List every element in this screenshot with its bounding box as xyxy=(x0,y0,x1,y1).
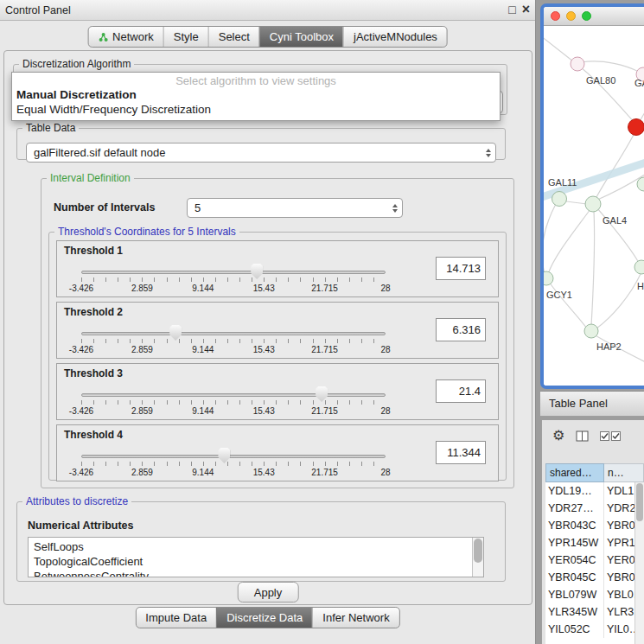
table-cell[interactable]: YBL079W xyxy=(545,586,604,603)
tab-style[interactable]: Style xyxy=(163,27,208,47)
tab-discretize-data[interactable]: Discretize Data xyxy=(216,608,312,628)
table-cell[interactable]: YIL052C xyxy=(545,621,604,638)
table-row[interactable]: YPR145WYPR1… xyxy=(545,534,644,552)
tab-cyni-toolbox[interactable]: Cyni Toolbox xyxy=(259,27,343,47)
scrollbar-thumb[interactable] xyxy=(474,539,482,563)
columns-icon[interactable] xyxy=(576,430,589,442)
node-label: GCY1 xyxy=(546,290,572,300)
slider-track[interactable] xyxy=(81,393,386,397)
column-header-shared-name[interactable]: shared… xyxy=(545,463,604,482)
threshold-2-slider[interactable]: -3.426 2.859 9.144 15.43 21.715 28 xyxy=(81,323,386,356)
tab-select[interactable]: Select xyxy=(208,27,259,47)
table-row[interactable]: YLR345WYLR3… xyxy=(545,603,644,621)
tick-label: 9.144 xyxy=(192,284,214,293)
dropdown-option-manual-discretization[interactable]: Manual Discretization xyxy=(12,87,500,102)
tick-label: 2.859 xyxy=(131,468,153,477)
tick-label: 21.715 xyxy=(311,406,338,416)
list-item[interactable]: SelfLoops xyxy=(29,539,483,554)
tick-label: 28 xyxy=(380,345,390,354)
numerical-attributes-label: Numerical Attributes xyxy=(28,520,133,532)
table-data-group: Table Data galFiltered.sif default node xyxy=(16,122,506,160)
dropdown-option-equal-width[interactable]: Equal Width/Frequency Discretization xyxy=(12,102,500,117)
group-label: Interval Definition xyxy=(47,172,134,184)
dropdown-hint: Select algorithm to view settings xyxy=(12,74,500,87)
table-row[interactable]: YIL052CYIL0… xyxy=(545,621,644,638)
threshold-2-value-field[interactable]: 6.316 xyxy=(436,318,486,341)
tick-label: 9.144 xyxy=(192,406,214,416)
table-rows: YDL19…YDL1… YDR27…YDR2… YBR043CYBR0… YPR… xyxy=(545,482,644,644)
gear-icon[interactable]: ⚙ xyxy=(552,428,564,443)
slider-track[interactable] xyxy=(81,271,386,274)
table-cell[interactable]: YER054C xyxy=(545,552,604,569)
close-traffic-light-icon[interactable] xyxy=(551,11,560,21)
tick-label: 15.43 xyxy=(253,284,275,293)
minimize-traffic-light-icon[interactable] xyxy=(566,11,576,21)
network-canvas[interactable]: GAL80 GA GAL11 GAL4 GCY1 H HAP2 xyxy=(544,26,644,386)
tab-network[interactable]: Network xyxy=(88,27,163,47)
table-cell[interactable]: YDR27… xyxy=(545,500,604,517)
tab-impute-data[interactable]: Impute Data xyxy=(136,608,216,628)
table-cell[interactable]: YBR043C xyxy=(545,517,604,534)
node-label: GAL4 xyxy=(603,215,627,226)
float-window-icon[interactable]: □ xyxy=(508,3,515,16)
network-node[interactable] xyxy=(571,57,584,71)
tab-infer-network[interactable]: Infer Network xyxy=(312,608,399,628)
table-cell[interactable]: YBR045C xyxy=(545,569,604,586)
tick-label: 28 xyxy=(380,284,390,293)
list-scrollbar[interactable] xyxy=(472,538,483,577)
scrollbar-thumb[interactable] xyxy=(636,483,643,521)
table-scrollbar[interactable] xyxy=(634,482,644,644)
checkbox-checked-icon[interactable] xyxy=(600,431,609,441)
close-icon[interactable]: × xyxy=(522,2,530,17)
table-row[interactable]: YBR045CYBR0… xyxy=(545,569,644,586)
threshold-3-slider[interactable]: -3.426 2.859 9.144 15.43 21.715 28 xyxy=(81,385,386,418)
combobox-stepper-icon xyxy=(486,149,491,157)
threshold-2-label: Threshold 2 xyxy=(64,306,123,318)
group-label: Attributes to discretize xyxy=(22,495,131,507)
zoom-traffic-light-icon[interactable] xyxy=(582,11,591,21)
table-cell[interactable]: YDL19… xyxy=(545,482,604,500)
group-label: Threshold's Coordinates for 5 Intervals xyxy=(54,226,239,238)
threshold-1-value-field[interactable]: 14.713 xyxy=(436,257,486,280)
slider-track[interactable] xyxy=(81,455,386,458)
table-row[interactable]: YDL19…YDL1… xyxy=(545,482,644,500)
table-row[interactable]: YBR043CYBR0… xyxy=(545,517,644,534)
network-node[interactable] xyxy=(584,324,598,338)
table-data-combobox[interactable]: galFiltered.sif default node xyxy=(26,143,496,163)
threshold-4-value-field[interactable]: 11.344 xyxy=(436,441,486,464)
list-item[interactable]: TopologicalCoefficient xyxy=(29,554,483,569)
table-row[interactable]: YBL079WYBL0… xyxy=(545,586,644,603)
table-panel-title: Table Panel xyxy=(540,392,644,416)
tab-jactivemodules[interactable]: jActiveMNodules xyxy=(343,27,447,47)
table-header-row: shared… n… xyxy=(545,463,644,482)
network-node[interactable] xyxy=(585,196,601,212)
numerical-attributes-list: SelfLoops TopologicalCoefficient Between… xyxy=(28,537,484,577)
screen: Control Panel □ × Network Style Select C… xyxy=(0,0,644,644)
checkbox-checked-icon[interactable] xyxy=(611,431,621,441)
threshold-3-value-field[interactable]: 21.4 xyxy=(436,379,486,403)
control-panel-tabs: Network Style Select Cyni Toolbox jActiv… xyxy=(87,26,448,48)
threshold-2-panel: Threshold 2 -3.426 2.859 9.144 15.43 21.… xyxy=(56,302,499,359)
table-cell[interactable]: YPR145W xyxy=(545,534,604,552)
table-row[interactable]: YDR27…YDR2… xyxy=(545,500,644,517)
tab-label: Impute Data xyxy=(145,611,207,624)
table-cell[interactable]: YLR345W xyxy=(545,603,604,621)
network-node[interactable] xyxy=(634,260,644,274)
tick-label: -3.426 xyxy=(69,345,93,354)
list-item[interactable]: BetweennessCentrality xyxy=(29,569,483,577)
tab-label: Select xyxy=(219,30,250,43)
threshold-3-panel: Threshold 3 -3.426 2.859 9.144 15.43 21.… xyxy=(56,363,499,420)
tick-label: 9.144 xyxy=(192,345,214,354)
apply-button[interactable]: Apply xyxy=(238,582,299,603)
network-node-selected[interactable] xyxy=(628,119,644,136)
slider-track[interactable] xyxy=(81,332,386,335)
network-node[interactable] xyxy=(544,271,553,285)
number-of-intervals-combobox[interactable]: 5 xyxy=(187,198,403,218)
threshold-1-slider[interactable]: -3.426 2.859 9.144 15.43 21.715 28 xyxy=(81,262,386,295)
network-node[interactable] xyxy=(637,177,644,191)
threshold-4-slider[interactable]: -3.426 2.859 9.144 15.43 21.715 28 xyxy=(81,446,386,479)
table-data-value: galFiltered.sif default node xyxy=(34,146,482,159)
network-node[interactable] xyxy=(552,192,567,207)
table-row[interactable]: YER054CYER0… xyxy=(545,552,644,569)
column-header-name[interactable]: n… xyxy=(604,463,644,482)
